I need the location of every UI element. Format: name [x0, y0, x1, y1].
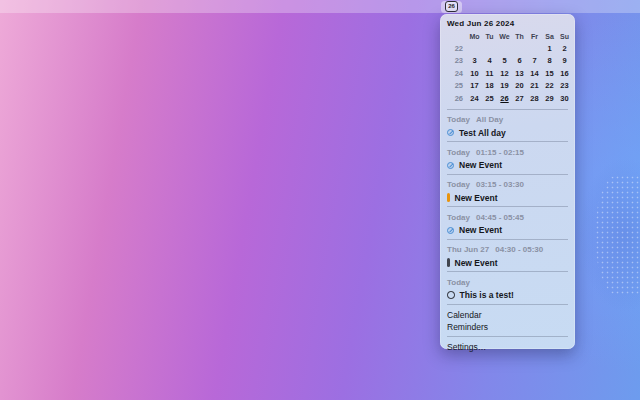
orange-bar-icon [447, 193, 450, 202]
menu-item-settings[interactable]: Settings… [447, 341, 568, 354]
day-cell[interactable]: 18 [482, 80, 497, 93]
reminder-open-circle-icon [447, 291, 455, 299]
event-row[interactable]: This is a test! [447, 290, 568, 300]
day-cell[interactable]: 28 [527, 92, 542, 105]
wallpaper-dots-decoration [595, 175, 640, 295]
day-cell[interactable]: 12 [497, 67, 512, 80]
divider [447, 109, 568, 110]
weekday-header: Th [512, 30, 527, 42]
empty-day-cell [497, 42, 512, 55]
day-cell[interactable]: 13 [512, 67, 527, 80]
day-cell[interactable]: 21 [527, 80, 542, 93]
week-number: 25 [446, 80, 467, 93]
empty-day-cell [527, 42, 542, 55]
divider [447, 239, 568, 240]
menu-item-reminders[interactable]: Reminders [447, 321, 568, 334]
divider [447, 141, 568, 142]
day-cell[interactable]: 14 [527, 67, 542, 80]
blue-clock-circle-icon [447, 227, 454, 234]
week-number: 24 [446, 67, 467, 80]
event-date-label: Today [447, 278, 470, 287]
divider [447, 174, 568, 175]
weekday-header: Tu [482, 30, 497, 42]
day-cell[interactable]: 20 [512, 80, 527, 93]
day-cell[interactable]: 6 [512, 55, 527, 68]
calendar-popover: Wed Jun 26 2024 MoTuWeThFrSaSu 221223345… [440, 14, 575, 349]
blue-clock-circle-icon [447, 129, 454, 136]
event-group-header: Today01:15 - 02:15 [447, 147, 568, 157]
event-row[interactable]: New Event [447, 160, 568, 170]
day-cell[interactable]: 15 [542, 67, 557, 80]
day-cell[interactable]: 19 [497, 80, 512, 93]
day-cell[interactable]: 27 [512, 92, 527, 105]
month-grid: MoTuWeThFrSaSu 2212233456789241011121314… [446, 30, 572, 105]
event-date-label: Today [447, 115, 470, 124]
week-number-column-header [446, 30, 467, 42]
events-list: TodayAll DayTest All dayToday01:15 - 02:… [440, 115, 575, 305]
day-cell[interactable]: 5 [497, 55, 512, 68]
empty-day-cell [482, 42, 497, 55]
day-cell[interactable]: 11 [482, 67, 497, 80]
event-date-label: Today [447, 180, 470, 189]
event-date-label: Thu Jun 27 [447, 245, 489, 254]
event-group-header: Thu Jun 2704:30 - 05:30 [447, 245, 568, 255]
day-cell[interactable]: 1 [542, 42, 557, 55]
event-title: This is a test! [460, 290, 514, 300]
event-group-header: Today [447, 277, 568, 287]
day-cell[interactable]: 30 [557, 92, 572, 105]
day-cell[interactable]: 24 [467, 92, 482, 105]
day-cell[interactable]: 23 [557, 80, 572, 93]
event-row[interactable]: New Event [447, 193, 568, 203]
week-row: 2517181920212223 [446, 80, 572, 93]
event-title: Test All day [459, 128, 506, 138]
event-title: New Event [459, 160, 502, 170]
weekday-header: Fr [527, 30, 542, 42]
day-cell[interactable]: 17 [467, 80, 482, 93]
event-title: New Event [459, 225, 502, 235]
weekday-header: Su [557, 30, 572, 42]
day-cell[interactable]: 7 [527, 55, 542, 68]
event-row[interactable]: Test All day [447, 128, 568, 138]
weekday-header: Mo [467, 30, 482, 42]
day-cell[interactable]: 4 [482, 55, 497, 68]
event-row[interactable]: New Event [447, 258, 568, 268]
day-cell[interactable]: 29 [542, 92, 557, 105]
day-cell[interactable]: 3 [467, 55, 482, 68]
day-cell[interactable]: 10 [467, 67, 482, 80]
event-date-label: Today [447, 148, 470, 157]
day-cell[interactable]: 22 [542, 80, 557, 93]
empty-day-cell [467, 42, 482, 55]
current-date-header: Wed Jun 26 2024 [440, 19, 575, 30]
day-cell[interactable]: 16 [557, 67, 572, 80]
event-group-header: Today03:15 - 03:30 [447, 180, 568, 190]
week-row: 2212 [446, 42, 572, 55]
week-row: 2410111213141516 [446, 67, 572, 80]
menu-item-calendar[interactable]: Calendar [447, 309, 568, 322]
weekday-header: Sa [542, 30, 557, 42]
weekday-header-row: MoTuWeThFrSaSu [446, 30, 572, 42]
event-time-label: 01:15 - 02:15 [476, 148, 524, 157]
day-cell[interactable]: 25 [482, 92, 497, 105]
day-cell[interactable]: 2 [557, 42, 572, 55]
divider [447, 206, 568, 207]
event-date-label: Today [447, 213, 470, 222]
event-time-label: 04:45 - 05:45 [476, 213, 524, 222]
divider [447, 271, 568, 272]
menubar-calendar-item[interactable]: 26 [441, 1, 462, 13]
day-cell[interactable]: 9 [557, 55, 572, 68]
weekday-header: We [497, 30, 512, 42]
day-cell[interactable]: 8 [542, 55, 557, 68]
dark-bar-icon [447, 258, 450, 267]
menu-bar: 26 [0, 0, 640, 13]
event-title: New Event [455, 258, 498, 268]
divider [447, 336, 568, 337]
event-row[interactable]: New Event [447, 225, 568, 235]
empty-day-cell [512, 42, 527, 55]
week-row: 233456789 [446, 55, 572, 68]
divider [447, 304, 568, 305]
event-time-label: All Day [476, 115, 503, 124]
day-cell-today[interactable]: 26 [497, 92, 512, 105]
event-title: New Event [455, 193, 498, 203]
week-number: 26 [446, 92, 467, 105]
event-group-header: TodayAll Day [447, 115, 568, 125]
